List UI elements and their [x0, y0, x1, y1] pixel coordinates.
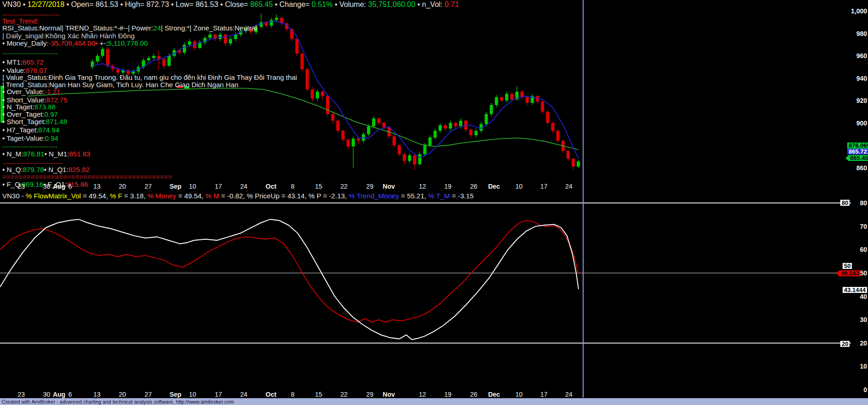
text-segment: = -0.82, — [219, 192, 247, 200]
decor-mark — [177, 86, 183, 88]
oscillator-white-line — [0, 219, 579, 339]
text-segment: 35,751,060.00 — [368, 0, 415, 8]
text-segment: • Change= — [273, 0, 312, 8]
status-bar-text: Created with AmiBroker - advanced charti… — [2, 399, 234, 405]
text-segment: % PriceUp — [247, 192, 279, 200]
text-segment: = 3.18, — [122, 192, 148, 200]
text-segment: VN30 - — [2, 192, 26, 200]
text-segment: 0.51% — [312, 0, 332, 8]
text-segment: • Open= 861.53 • High= 872.73 • Low= 861… — [65, 0, 250, 8]
text-segment: = 49.54, — [81, 192, 110, 200]
text-segment: 12/27/2018 — [28, 0, 65, 8]
text-segment: = 55.21, — [399, 192, 428, 200]
text-segment: • Volume: — [332, 0, 368, 8]
oscillator-red-line — [0, 220, 579, 322]
status-bar: Created with AmiBroker - advanced charti… — [0, 398, 868, 405]
text-segment: % P — [308, 192, 321, 200]
text-segment: 0.71 — [445, 0, 459, 8]
candlestick-series — [91, 13, 580, 170]
text-segment: % Trend_Money — [349, 192, 399, 200]
chart-canvas[interactable] — [0, 0, 868, 405]
text-segment: % T_M — [428, 192, 450, 200]
amibroker-chart-window: VN30 • 12/27/2018 • Open= 861.53 • High=… — [0, 0, 868, 405]
text-segment: % FlowMatrix_Vol — [26, 192, 81, 200]
text-segment: = -3.15 — [450, 192, 474, 200]
text-segment: • — [23, 0, 27, 8]
indicator-title: VN30 - % FlowMatrix_Vol = 49.54, % F = 3… — [2, 192, 474, 200]
decor-mark — [0, 86, 4, 123]
text-segment: 865.45 — [250, 0, 273, 8]
decor-mark — [184, 86, 189, 89]
text-segment: = -2.13, — [321, 192, 349, 200]
quote-title-bar: VN30 • 12/27/2018 • Open= 861.53 • High=… — [2, 0, 459, 9]
text-segment: = 43.14, — [279, 192, 308, 200]
text-segment: • n_Vol: — [416, 0, 445, 8]
text-segment: VN30 — [2, 0, 23, 8]
text-segment: % M — [205, 192, 219, 200]
text-segment: % Money — [147, 192, 176, 200]
text-segment: % F — [110, 192, 122, 200]
text-segment: = 49.54, — [176, 192, 205, 200]
